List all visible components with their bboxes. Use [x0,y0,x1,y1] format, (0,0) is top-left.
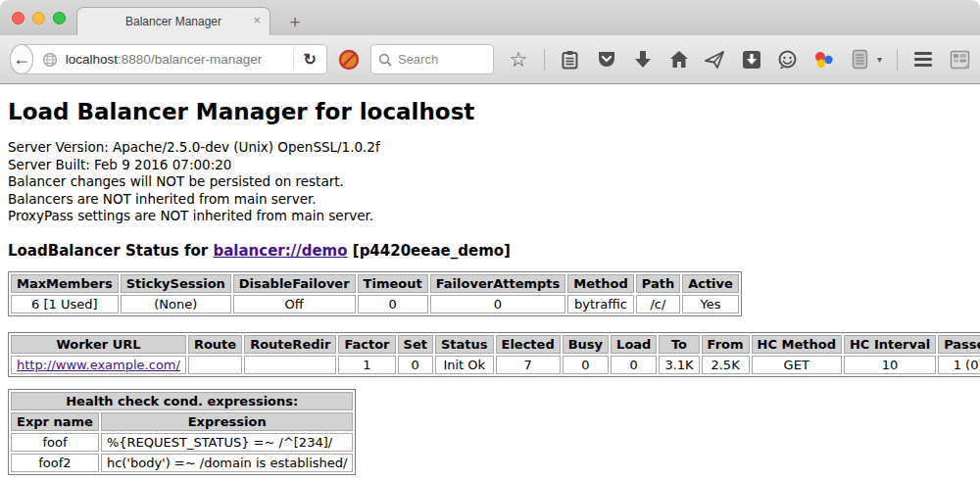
cell-expr-name: foof2 [11,454,99,472]
cell-routeredir [244,356,336,374]
cell-status: Init Ok [435,356,494,374]
column-header: Factor [338,335,395,354]
server-built-line: Server Built: Feb 9 2016 07:00:20 [8,157,980,174]
proxypass-notice-line: ProxyPass settings are NOT inherited fro… [8,208,980,225]
cell-expr-name: foof [11,433,99,452]
status-suffix: [p4420eeae_demo] [353,242,511,260]
column-header: Expression [101,412,354,431]
page-title: Load Balancer Manager for localhost [8,99,972,124]
cell-busy: 0 [563,356,609,374]
cell-active: Yes [682,295,739,313]
table-row: http://www.example.com/ 1 0 Init Ok 7 0 … [11,356,980,374]
tab-title: Balancer Manager [125,15,221,28]
new-tab-button[interactable]: + [282,12,308,33]
column-header: Expr name [11,412,99,431]
cell-worker-url: http://www.example.com/ [11,356,186,374]
addon-download-box-icon[interactable] [741,49,762,71]
content-blocked-icon[interactable] [338,49,360,71]
worker-url-link[interactable]: http://www.example.com/ [17,358,180,372]
url-text[interactable]: localhost:8880/balancer-manager [66,52,262,67]
inherit-notice-line: Balancers are NOT inherited from main se… [8,191,980,209]
back-button[interactable]: ← [10,44,33,74]
cell-from: 2.5K [702,356,750,374]
dropdown-caret-icon[interactable]: ▾ [877,54,882,65]
reload-button[interactable]: ↻ [294,50,326,69]
column-header: Set [398,335,433,354]
column-header: From [702,335,750,354]
tab-balancer-manager[interactable]: Balancer Manager × [76,7,270,35]
column-header: DisableFailover [233,274,356,293]
column-header: Worker URL [11,335,186,354]
table-header-row: Expr name Expression [11,412,353,431]
balancer-summary-table: MaxMembers StickySession DisableFailover… [8,271,742,316]
cell-expression: hc('body') =~ /domain is established/ [101,454,354,472]
server-info: Server Version: Apache/2.5.0-dev (Unix) … [8,139,980,225]
cell-elected: 7 [496,356,561,374]
column-header: Route [188,335,242,354]
menu-hamburger-icon[interactable] [912,49,934,71]
bookmark-star-icon[interactable]: ☆ [508,49,529,71]
url-bar[interactable]: localhost:8880/balancer-manager ↻ [18,44,327,74]
column-header: StickySession [121,274,231,293]
chat-smiley-icon[interactable] [777,49,799,71]
column-header: Active [682,274,739,293]
zoom-window-button[interactable] [53,12,66,24]
status-prefix: LoadBalancer Status for [8,242,208,260]
cell-passes: 1 (0) [938,356,980,374]
cell-hc-interval: 10 [844,356,936,374]
cell-load: 0 [611,356,657,374]
cell-expression: %{REQUEST_STATUS} =~ /^[234]/ [101,433,354,452]
bookmarks-clipboard-icon[interactable] [560,49,581,71]
globe-icon [42,52,58,68]
cell-maxmembers: 6 [1 Used] [11,295,119,313]
cell-method: bytraffic [567,295,633,313]
column-header: HC Interval [844,335,936,354]
search-icon [378,53,392,67]
column-header: RouteRedir [244,335,336,354]
server-version-line: Server Version: Apache/2.5.0-dev (Unix) … [8,139,980,157]
column-header: Elected [496,335,561,354]
pocket-icon[interactable] [596,49,617,71]
page-content: Load Balancer Manager for localhost Serv… [0,99,980,481]
cell-stickysession: (None) [121,295,231,313]
browser-window: Balancer Manager × + ← localhost:8880/ba… [0,0,980,481]
cell-disablefailover: Off [233,295,356,313]
send-plane-icon[interactable] [705,49,726,71]
column-header: Busy [563,335,609,354]
worker-status-table: Worker URL Route RouteRedir Factor Set S… [8,332,980,377]
column-header: HC Method [752,335,842,354]
container-addon-icon[interactable] [850,49,871,71]
column-header: Load [611,335,657,354]
url-path: :8880/balancer-manager [118,52,262,67]
table-title-row: Health check cond. expressions: [11,392,353,410]
search-input[interactable] [398,52,486,67]
search-bar[interactable] [370,44,494,74]
table-row: foof %{REQUEST_STATUS} =~ /^[234]/ [11,433,353,452]
toolbar-divider [544,49,545,71]
health-table-title: Health check cond. expressions: [11,392,353,410]
cell-factor: 1 [338,356,395,374]
table-row: 6 [1 Used] (None) Off 0 0 bytraffic /c/ … [11,295,739,313]
cell-hc-method: GET [752,356,842,374]
column-header: FailoverAttempts [430,274,566,293]
balancer-demo-link[interactable]: balancer://demo [213,242,347,260]
column-header: Status [435,335,494,354]
cell-timeout: 0 [358,295,428,313]
tab-close-icon[interactable]: × [253,14,261,27]
loadbalancer-status-heading: LoadBalancer Status for balancer://demo … [8,242,972,260]
cell-route [188,356,242,374]
minimize-window-button[interactable] [32,12,45,24]
column-header: Timeout [358,274,428,293]
table-row: foof2 hc('body') =~ /domain is establish… [11,454,353,472]
colored-dots-addon-icon[interactable] [813,49,835,71]
downloads-icon[interactable] [632,49,654,71]
toolbar-divider-2 [897,49,898,71]
url-domain: localhost [66,52,118,67]
home-icon[interactable] [668,49,690,71]
column-header: MaxMembers [11,274,119,293]
navigation-toolbar: ← localhost:8880/balancer-manager ↻ [0,35,980,84]
tab-bar: Balancer Manager × + [0,0,980,35]
close-window-button[interactable] [12,12,24,24]
health-check-table: Health check cond. expressions: Expr nam… [8,389,356,475]
tiles-icon[interactable] [949,49,970,71]
